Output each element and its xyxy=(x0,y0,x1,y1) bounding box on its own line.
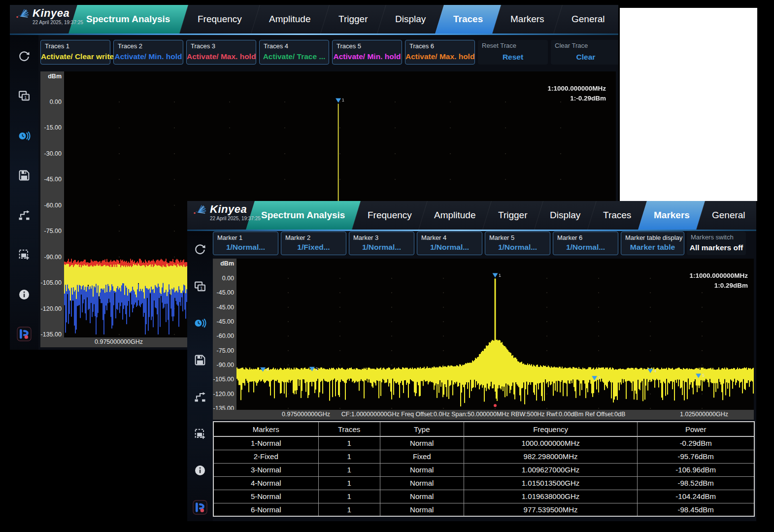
markers-switch-button[interactable]: Markers switchAll markers off xyxy=(687,232,746,255)
traces-2-button[interactable]: Traces 2Activate/ Min. hold xyxy=(113,40,183,65)
screen-capture-icon[interactable] xyxy=(16,247,32,263)
button-title: Marker 1 xyxy=(217,234,274,241)
y-tick-label: -45.00 xyxy=(217,304,234,311)
table-cell: -98.52dBm xyxy=(638,476,754,490)
tab-display[interactable]: Display xyxy=(534,201,596,230)
nav-tabs: Spectrum AnalysisFrequencyAmplitudeTrigg… xyxy=(73,5,618,33)
header-bar: Kinyea 22 April 2025, 19:37:25 Spectrum … xyxy=(187,201,756,231)
tab-amplitude[interactable]: Amplitude xyxy=(251,5,329,33)
marker-table-display-button[interactable]: Marker table displayMarker table xyxy=(621,232,684,255)
tab-display[interactable]: Display xyxy=(377,5,444,33)
marker-6-button[interactable]: Marker 61/Normal... xyxy=(553,232,618,255)
marker-table: MarkersTracesTypeFrequencyPower1-Normal1… xyxy=(213,421,755,517)
y-tick-label: -75.00 xyxy=(44,228,62,234)
tab-spectrum-analysis[interactable]: Spectrum Analysis xyxy=(68,5,188,33)
traces-3-button[interactable]: Traces 3Activate/ Max. hold xyxy=(186,40,256,65)
tab-frequency[interactable]: Frequency xyxy=(352,201,427,230)
step-route-icon[interactable] xyxy=(16,207,32,223)
traces-6-button[interactable]: Traces 6Activate/ Max. hold xyxy=(405,40,475,65)
marker-1-button[interactable]: Marker 11/Normal... xyxy=(213,232,278,255)
refresh-icon[interactable] xyxy=(16,49,32,65)
brand: Kinyea 22 April 2025, 19:37:25 xyxy=(191,203,261,221)
traces-5-button[interactable]: Traces 5Activate/ Min. hold xyxy=(332,40,402,65)
header-underline xyxy=(10,33,618,35)
marker-readout-line: 1:0.29dBm xyxy=(689,281,748,291)
markers-spectrum-canvas[interactable] xyxy=(236,259,754,410)
table-cell: 1 xyxy=(318,450,380,463)
marker-readout: 1:1000.000000MHz1:-0.29dBm xyxy=(547,84,606,103)
persist-display-icon[interactable] xyxy=(192,315,208,331)
marker-5-button[interactable]: Marker 51/Normal... xyxy=(485,232,550,255)
x-axis-bar: 0.975000000GHzCF:1.000000000GHz Freq Off… xyxy=(213,410,754,420)
table-row: 3-Normal1Normal1.009627000GHz-106.96dBm xyxy=(213,463,754,476)
sidebar: 1 xyxy=(10,35,38,350)
tab-markers[interactable]: Markers xyxy=(638,201,705,230)
button-value: All markers off xyxy=(687,243,746,252)
markers-plot-area: dBm0.00-45.00-45.00-45.00-60.00-75.00-90… xyxy=(213,259,754,420)
refresh-icon[interactable] xyxy=(192,242,208,258)
table-cell: Normal xyxy=(380,503,464,516)
button-value: Activate/ Max. hold xyxy=(187,52,256,61)
save-icon[interactable] xyxy=(192,352,208,368)
y-tick-label: -120.00 xyxy=(213,391,234,398)
button-value: Activate/ Min. hold xyxy=(114,52,183,61)
table-cell: Fixed xyxy=(380,450,464,463)
table-cell: Normal xyxy=(380,436,464,450)
tab-traces[interactable]: Traces xyxy=(587,201,647,230)
y-tick-label: -45.00 xyxy=(217,318,234,325)
table-cell: 1 xyxy=(318,476,380,490)
tab-general[interactable]: General xyxy=(696,201,756,230)
marker-3-button[interactable]: Marker 31/Normal... xyxy=(349,232,414,255)
save-icon[interactable] xyxy=(16,167,32,183)
tab-spectrum-analysis[interactable]: Spectrum Analysis xyxy=(246,201,361,230)
y-tick-label: -60.00 xyxy=(217,332,234,339)
window-select-icon[interactable]: 1 xyxy=(16,88,32,104)
table-row: 6-Normal1Normal977.539500MHz-98.45dBm xyxy=(213,503,754,516)
button-value: 1/Fixed... xyxy=(281,243,346,252)
tab-frequency[interactable]: Frequency xyxy=(179,5,260,33)
tab-trigger[interactable]: Trigger xyxy=(320,5,386,33)
marker-2-button[interactable]: Marker 21/Fixed... xyxy=(281,232,346,255)
table-row: 5-Normal1Normal1.019638000GHz-104.24dBm xyxy=(213,490,754,503)
step-route-icon[interactable] xyxy=(192,389,208,405)
button-value: Marker table xyxy=(621,243,684,252)
header-underline xyxy=(187,230,756,231)
tab-trigger[interactable]: Trigger xyxy=(482,201,543,230)
clear-trace-button[interactable]: Clear TraceClear xyxy=(551,40,618,65)
kinyea-logo-icon xyxy=(191,203,207,219)
y-tick-label: -105.00 xyxy=(213,376,234,383)
marker-4-button[interactable]: Marker 41/Normal... xyxy=(417,232,482,255)
x-axis-end-label: 1.025000000GHz xyxy=(680,411,728,418)
button-value: 1/Normal... xyxy=(349,243,414,252)
persist-display-icon[interactable] xyxy=(16,128,32,144)
y-tick-label: 0.00 xyxy=(222,275,234,282)
button-value: 1/Normal... xyxy=(485,243,550,252)
table-cell: 1.015013500GHz xyxy=(464,476,637,490)
screen-capture-icon[interactable] xyxy=(192,426,208,442)
y-tick-label: -135.00 xyxy=(41,331,62,338)
tab-label: Display xyxy=(395,14,426,25)
y-tick-label: -60.00 xyxy=(44,202,62,209)
reset-trace-button[interactable]: Reset TraceReset xyxy=(478,40,548,65)
kinyea-app-icon[interactable] xyxy=(16,326,32,342)
info-icon[interactable] xyxy=(192,463,208,478)
nav-tabs: Spectrum AnalysisFrequencyAmplitudeTrigg… xyxy=(250,201,756,230)
table-cell: -98.45dBm xyxy=(638,503,754,516)
window-select-icon[interactable]: 1 xyxy=(192,279,208,295)
button-title: Marker 2 xyxy=(285,234,342,241)
tab-amplitude[interactable]: Amplitude xyxy=(418,201,491,230)
info-icon[interactable] xyxy=(16,287,32,302)
traces-1-button[interactable]: Traces 1Activate/ Clear write xyxy=(40,40,110,65)
kinyea-app-icon[interactable] xyxy=(192,499,208,515)
button-value: Reset xyxy=(478,53,548,62)
tab-traces[interactable]: Traces xyxy=(435,5,501,33)
traces-4-button[interactable]: Traces 4Activate/ Trace ... xyxy=(259,40,329,65)
tab-label: Display xyxy=(550,210,580,221)
tab-markers[interactable]: Markers xyxy=(492,5,562,33)
y-axis-unit: dBm xyxy=(48,73,62,80)
y-tick-label: -15.00 xyxy=(44,124,62,131)
button-value: 1/Normal... xyxy=(417,243,482,252)
tab-general[interactable]: General xyxy=(553,5,618,33)
table-cell: 1.019638000GHz xyxy=(464,490,637,503)
button-title: Traces 1 xyxy=(45,42,106,50)
